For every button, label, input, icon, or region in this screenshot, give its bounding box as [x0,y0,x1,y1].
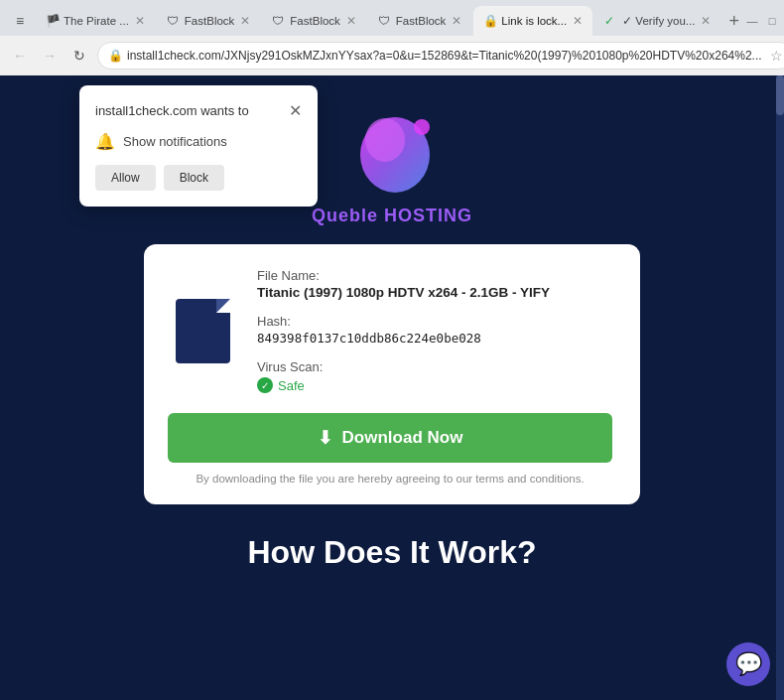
how-title: How Does It Work? [248,534,537,571]
file-icon [176,299,230,363]
hash-value: 849398f0137c10ddb86c224e0be028 [257,331,612,346]
file-icon-fold [216,299,230,313]
tab-close-link[interactable]: ✕ [573,14,583,28]
check-circle-icon: ✓ [257,377,273,393]
allow-button[interactable]: Allow [95,165,156,191]
tab-close-fastblock3[interactable]: ✕ [452,14,461,28]
forward-button[interactable]: → [38,44,62,68]
bell-icon: 🔔 [95,132,115,151]
browser-frame: ≡ 🏴 The Pirate ... ✕ 🛡 FastBlock ✕ 🛡 Fas… [0,0,784,700]
tab-bar-left: ≡ 🏴 The Pirate ... ✕ 🛡 FastBlock ✕ 🛡 Fas… [0,6,745,36]
virus-scan-value: ✓ Safe [257,377,612,393]
download-icon: ⬇ [318,427,332,449]
new-tab-button[interactable]: + [722,11,745,32]
tab-bar: ≡ 🏴 The Pirate ... ✕ 🛡 FastBlock ✕ 🛡 Fas… [0,0,784,36]
tab-favicon-pirate: 🏴 [46,14,60,28]
tab-link-locked[interactable]: 🔒 Link is lock... ✕ [473,6,592,36]
logo-svg [347,105,437,200]
notification-popup: install1check.com wants to ✕ 🔔 Show noti… [79,85,318,207]
file-icon-area [168,268,237,393]
how-section: How Does It Work? [248,534,537,571]
tab-favicon-fastblock1: 🛡 [167,14,181,28]
scrollbar[interactable] [776,75,784,700]
tab-favicon-fastblock3: 🛡 [378,14,392,28]
minimize-button[interactable]: — [745,14,759,28]
tab-close-verify[interactable]: ✕ [701,14,711,28]
tab-label-fastblock1: FastBlock [185,15,235,27]
tab-pirate[interactable]: 🏴 The Pirate ... ✕ [36,6,155,36]
notification-bell-text: Show notifications [123,134,227,149]
block-button[interactable]: Block [164,165,224,191]
tab-favicon-verify: ✓ [604,14,618,28]
lock-icon: 🔒 [108,49,123,63]
file-name-label: File Name: [257,268,612,283]
file-name-value: Titanic (1997) 1080p HDTV x264 - 2.1GB -… [257,285,612,300]
page-content: rL install1check.com wants to ✕ 🔔 Show n… [0,75,784,700]
tab-fastblock3[interactable]: 🛡 FastBlock ✕ [368,6,472,36]
tab-close-fastblock1[interactable]: ✕ [240,14,250,28]
tab-label-link: Link is lock... [501,15,567,27]
address-text: install1check.com/JXNjsy291OskMZJxnYYsax… [127,49,762,63]
chat-icon: 💬 [735,651,762,677]
notification-title-text: install1check.com wants to [95,103,249,118]
omnibar: ← → ↻ 🔒 install1check.com/JXNjsy291OskMZ… [0,36,784,75]
back-button[interactable]: ← [8,44,32,68]
refresh-button[interactable]: ↻ [67,44,91,68]
download-label: Download Now [342,428,463,448]
file-details: File Name: Titanic (1997) 1080p HDTV x26… [257,268,612,393]
tab-fastblock1[interactable]: 🛡 FastBlock ✕ [157,6,261,36]
tab-label-fastblock3: FastBlock [396,15,447,27]
svg-point-1 [365,118,405,162]
notification-bell-row: 🔔 Show notifications [95,132,302,151]
notification-title: install1check.com wants to ✕ [95,101,302,120]
maximize-button[interactable]: □ [765,14,779,28]
svg-point-2 [414,119,430,135]
address-bar[interactable]: 🔒 install1check.com/JXNjsy291OskMZJxnYYs… [97,42,784,70]
tab-label-pirate: The Pirate ... [64,15,129,27]
tab-verify[interactable]: ✓ ✓ Verify you... ✕ [594,6,720,36]
hash-label: Hash: [257,314,612,329]
notification-buttons: Allow Block [95,165,302,191]
tab-label-fastblock2: FastBlock [290,15,340,27]
tab-favicon-fastblock2: 🛡 [272,14,286,28]
terms-text: By downloading the file you are hereby a… [168,473,612,485]
bookmark-icon[interactable]: ☆ [770,48,783,64]
file-card-body: File Name: Titanic (1997) 1080p HDTV x26… [168,268,612,393]
tab-list-button[interactable]: ≡ [8,9,32,33]
tab-close-pirate[interactable]: ✕ [135,14,145,28]
tab-fastblock2[interactable]: 🛡 FastBlock ✕ [262,6,366,36]
tab-favicon-link: 🔒 [483,14,497,28]
download-button[interactable]: ⬇ Download Now [168,413,612,463]
virus-scan-label: Virus Scan: [257,359,612,374]
tab-label-verify: ✓ Verify you... [622,14,695,28]
tab-bar-right: — □ ✕ [745,14,784,28]
notification-close-button[interactable]: ✕ [289,101,302,120]
logo-area: Queble HOSTING [312,105,472,226]
virus-scan-text: Safe [278,378,305,393]
logo-text: Queble HOSTING [312,206,472,226]
scrollbar-thumb[interactable] [776,75,784,115]
chat-bubble-button[interactable]: 💬 [726,642,770,686]
file-card: File Name: Titanic (1997) 1080p HDTV x26… [144,244,640,504]
tab-close-fastblock2[interactable]: ✕ [346,14,356,28]
